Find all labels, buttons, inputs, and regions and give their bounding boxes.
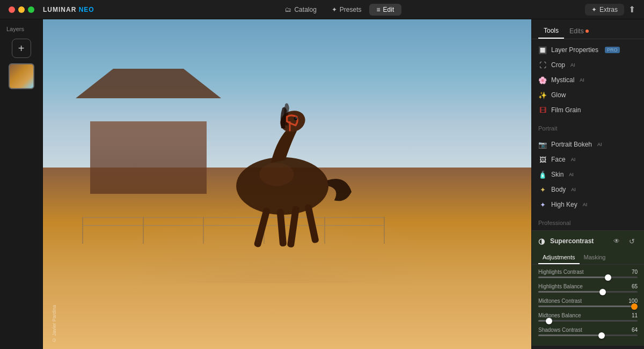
highlights-balance-value: 65	[632, 283, 638, 289]
shadows-contrast-track[interactable]	[538, 335, 638, 336]
tool-glow[interactable]: ✨ Glow	[532, 88, 644, 103]
film-grain-label: Film Grain	[551, 106, 581, 114]
layer-thumbnail[interactable]	[9, 63, 34, 89]
highlights-balance-label: Highlights Balance	[538, 283, 583, 289]
main-layout: Layers +	[0, 19, 644, 349]
traffic-light-minimize[interactable]	[18, 6, 25, 13]
midtones-contrast-thumb[interactable]	[631, 303, 638, 310]
nav-catalog[interactable]: 🗂 Catalog	[277, 4, 324, 16]
extras-star-icon: ✦	[591, 6, 597, 13]
face-icon: 🖼	[538, 155, 547, 164]
shadows-contrast-label: Shadows Contrast	[538, 327, 582, 333]
sc-tab-adjustments[interactable]: Adjustments	[538, 251, 580, 264]
tab-edits[interactable]: Edits	[564, 24, 594, 39]
tool-film-grain[interactable]: 🎞 Film Grain	[532, 103, 644, 118]
midtones-balance-label: Midtones Balance	[538, 312, 581, 318]
highlights-contrast-label: Highlights Contrast	[538, 269, 583, 275]
edit-label: Edit	[383, 6, 394, 13]
supercontrast-reset-btn[interactable]: ↺	[626, 235, 638, 247]
nav-edit[interactable]: ≡ Edit	[369, 4, 402, 16]
midtones-contrast-fill	[538, 306, 638, 307]
midtones-balance-track[interactable]	[538, 320, 638, 322]
tool-mystical[interactable]: 🌸 Mystical AI	[532, 72, 644, 88]
highlights-contrast-thumb[interactable]	[605, 274, 611, 281]
high-key-icon: ✦	[538, 200, 547, 209]
right-panel: Tools Edits 🔲 Layer Properties PRO ⛶ Cro…	[531, 19, 644, 349]
portrait-bokeh-icon: 📷	[538, 140, 547, 149]
body-ai-badge: AI	[571, 187, 576, 192]
tool-high-key[interactable]: ✦ High Key AI	[532, 197, 644, 212]
highlights-contrast-fill	[538, 277, 608, 278]
pro-badge: PRO	[605, 47, 620, 53]
app-logo-neo: NEO	[79, 6, 94, 13]
supercontrast-title: ◑ Supercontrast	[538, 237, 594, 245]
crop-ai-badge: AI	[570, 62, 575, 68]
catalog-icon: 🗂	[285, 6, 291, 13]
tool-portrait-bokeh[interactable]: 📷 Portrait Bokeh AI	[532, 137, 644, 152]
crop-icon: ⛶	[538, 61, 547, 69]
portrait-section: 📷 Portrait Bokeh AI 🖼 Face AI 🧴 Skin AI …	[532, 134, 644, 215]
nav-presets[interactable]: ✦ Presets	[324, 4, 369, 16]
supercontrast-panel: ◑ Supercontrast 👁 ↺ Adjustments Masking	[532, 230, 644, 346]
reset-icon: ↺	[629, 237, 635, 245]
horse-figure	[180, 59, 385, 290]
traffic-light-maximize[interactable]	[28, 6, 34, 13]
shadows-contrast-row: Shadows Contrast 64	[538, 327, 638, 336]
shadows-contrast-fill	[538, 335, 602, 336]
tools-section: 🔲 Layer Properties PRO ⛶ Crop AI 🌸 Mysti…	[532, 39, 644, 121]
midtones-balance-thumb[interactable]	[546, 318, 552, 324]
portrait-bokeh-ai-badge: AI	[597, 142, 602, 147]
supercontrast-adjustments: Highlights Contrast 70 Highlights Balanc…	[532, 265, 644, 346]
svg-point-8	[259, 163, 294, 186]
supercontrast-icon: ◑	[538, 237, 547, 245]
add-layer-button[interactable]: +	[12, 39, 31, 58]
mystical-ai-badge: AI	[580, 77, 584, 83]
portrait-section-label: Portrait	[532, 121, 644, 134]
horse-scene: © Javier Pardina	[43, 19, 531, 349]
visibility-icon: 👁	[613, 237, 620, 245]
high-key-ai-badge: AI	[583, 202, 588, 207]
midtones-balance-row: Midtones Balance 11	[538, 312, 638, 322]
edits-dot	[586, 30, 589, 33]
portrait-bokeh-label: Portrait Bokeh	[551, 141, 592, 148]
layers-title: Layers	[0, 26, 24, 32]
highlights-balance-thumb[interactable]	[599, 289, 606, 295]
supercontrast-actions: 👁 ↺	[611, 235, 638, 247]
share-icon[interactable]: ⬆	[628, 4, 635, 14]
shadows-contrast-thumb[interactable]	[598, 332, 605, 339]
copyright-text: © Javier Pardina	[52, 305, 57, 343]
tool-layer-properties[interactable]: 🔲 Layer Properties PRO	[532, 42, 644, 57]
highlights-contrast-value: 70	[632, 269, 638, 275]
skin-label: Skin	[551, 171, 564, 178]
traffic-light-close[interactable]	[9, 6, 15, 13]
tab-tools[interactable]: Tools	[538, 24, 564, 39]
extras-button[interactable]: ✦ Extras	[585, 4, 624, 16]
sc-tab-masking[interactable]: Masking	[580, 251, 610, 264]
shadows-contrast-value: 64	[632, 327, 638, 333]
presets-label: Presets	[340, 6, 362, 13]
svg-point-7	[296, 117, 297, 118]
glow-label: Glow	[551, 91, 566, 99]
layers-sidebar: Layers +	[0, 19, 43, 349]
tool-body[interactable]: ✦ Body AI	[532, 182, 644, 197]
film-grain-icon: 🎞	[538, 106, 547, 114]
midtones-contrast-row: Midtones Contrast 100	[538, 298, 638, 307]
highlights-contrast-track[interactable]	[538, 277, 638, 278]
traffic-lights	[9, 6, 34, 13]
tool-face[interactable]: 🖼 Face AI	[532, 152, 644, 167]
supercontrast-tabs: Adjustments Masking	[532, 251, 644, 265]
face-label: Face	[551, 156, 566, 163]
tool-crop[interactable]: ⛶ Crop AI	[532, 57, 644, 72]
supercontrast-visibility-btn[interactable]: 👁	[611, 235, 623, 247]
nav-bar: 🗂 Catalog ✦ Presets ≡ Edit	[277, 4, 401, 16]
layer-properties-icon: 🔲	[538, 46, 547, 54]
midtones-contrast-track[interactable]	[538, 306, 638, 307]
mystical-icon: 🌸	[538, 76, 547, 84]
presets-icon: ✦	[332, 6, 337, 13]
highlights-balance-track[interactable]	[538, 291, 638, 293]
extras-label: Extras	[599, 6, 618, 13]
tool-skin[interactable]: 🧴 Skin AI	[532, 167, 644, 182]
crop-label: Crop	[551, 61, 565, 69]
catalog-label: Catalog	[294, 6, 316, 13]
supercontrast-header: ◑ Supercontrast 👁 ↺	[532, 231, 644, 251]
